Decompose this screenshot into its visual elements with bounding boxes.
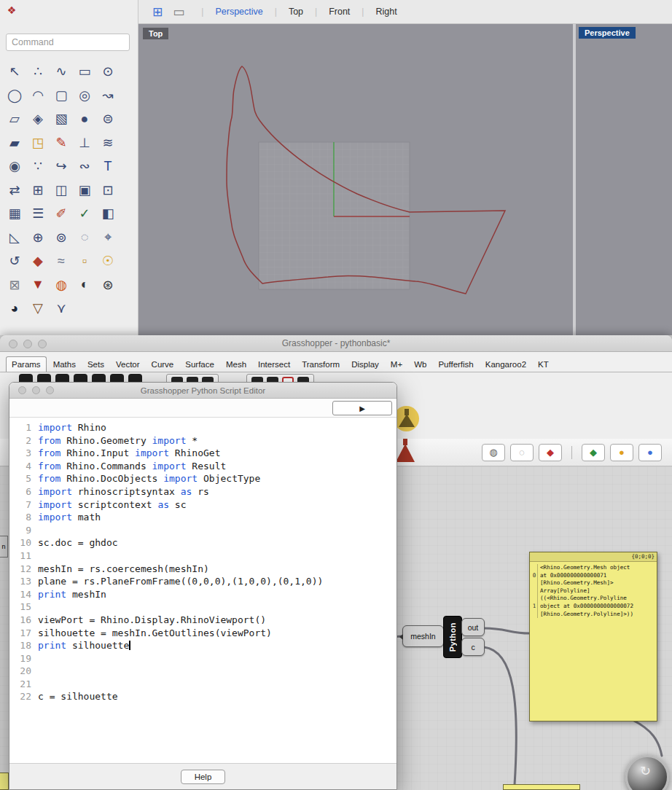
tool-rotate-view-icon[interactable]: ↺ (3, 249, 26, 273)
gh-tab-wb[interactable]: Wb (409, 357, 431, 372)
data-panel[interactable]: {0;0;0} <Rhino.Geometry.Mesh object0at 0… (529, 552, 657, 721)
tool-move-icon[interactable]: ⇄ (3, 179, 26, 203)
tool-zoom-target-icon[interactable]: ⌖ (96, 226, 120, 250)
python-component-body[interactable]: Python (443, 616, 462, 658)
tool-ellipse-icon[interactable]: ◯ (3, 84, 26, 108)
gh-tab-transform[interactable]: Transform (297, 357, 345, 372)
gh-tab-surface[interactable]: Surface (180, 357, 219, 372)
gh-tab-sets[interactable]: Sets (82, 357, 109, 372)
zoom-button[interactable] (46, 386, 54, 394)
tool-pan-icon[interactable]: ≈ (50, 249, 73, 273)
run-script-button[interactable]: ▶ (332, 401, 392, 415)
viewport-perspective[interactable]: Perspective (573, 24, 672, 335)
help-button[interactable]: Help (181, 770, 226, 784)
viewport-top-view[interactable]: Top (138, 24, 573, 335)
close-button[interactable] (18, 386, 26, 394)
gh-tab-maths[interactable]: Maths (48, 357, 81, 372)
preview-wireframe-button[interactable]: ◌ (510, 444, 534, 461)
tool-circle-tangent-icon[interactable]: ◎ (73, 84, 96, 108)
tool-cone-icon[interactable]: ▽ (26, 297, 50, 321)
preview-shaded-button[interactable]: ◍ (482, 444, 505, 461)
tool-lock-icon[interactable]: ⊠ (3, 273, 26, 297)
gh-tab-params[interactable]: Params (6, 356, 47, 372)
minimize-button[interactable] (23, 340, 32, 348)
code-editor[interactable]: 1import Rhino2from Rhino.Geometry import… (9, 418, 396, 763)
tool-surface-icon[interactable]: ▱ (3, 107, 26, 131)
tool-shaded-view-icon[interactable]: ◧ (96, 202, 120, 226)
command-input[interactable] (6, 34, 130, 51)
tool-hierarchy-icon[interactable]: ⋎ (50, 297, 73, 321)
material-blue-button[interactable]: ● (638, 444, 662, 461)
gh-tab-m+[interactable]: M+ (386, 357, 407, 372)
tool-drop-icon[interactable]: ▼ (26, 273, 50, 297)
tool-zoom-dotted-icon[interactable]: ◌ (73, 226, 96, 250)
gh-tab-pufferfish[interactable]: Pufferfish (433, 357, 478, 372)
tool-render-sphere-icon[interactable]: ◍ (50, 273, 73, 297)
tool-orient-icon[interactable]: ◫ (50, 179, 73, 203)
viewport-layout-grid-icon[interactable]: ⊞ (152, 4, 163, 20)
gh-tab-kt[interactable]: KT (533, 357, 554, 372)
python-input-meshin[interactable]: meshIn (402, 625, 444, 647)
gh-tab-curve[interactable]: Curve (146, 357, 179, 372)
tool-rectangle-icon[interactable]: ▭ (73, 60, 96, 84)
zoom-button[interactable] (38, 340, 47, 348)
gh-tab-display[interactable]: Display (346, 357, 384, 372)
top-viewport-badge[interactable]: Top (143, 28, 168, 39)
tool-zoom-window-icon[interactable]: ⊚ (50, 226, 73, 250)
tool-freeform-curve-icon[interactable]: ↝ (96, 84, 120, 108)
tool-half-shade-icon[interactable]: ◐ (73, 273, 96, 297)
python-output-out[interactable]: out (461, 618, 485, 636)
tool-cylinder-icon[interactable]: ⊜ (96, 107, 120, 131)
tool-cplane-icon[interactable]: ⊡ (96, 179, 120, 203)
gh-tab-vector[interactable]: Vector (111, 357, 145, 372)
tool-blob-icon[interactable]: ◉ (3, 155, 26, 179)
python-output-c[interactable]: c (461, 638, 485, 656)
tool-gumball-icon[interactable]: ▣ (73, 179, 96, 203)
viewport-tab-perspective[interactable]: Perspective (215, 7, 262, 17)
tool-point-cloud-icon[interactable]: ∵ (26, 155, 50, 179)
tool-paintbrush-icon[interactable]: ✐ (50, 202, 73, 226)
python-component[interactable]: meshIn Python out c (402, 616, 485, 658)
tool-extrude-icon[interactable]: ⊥ (73, 131, 96, 155)
preview-selected-button[interactable]: ◆ (539, 444, 562, 461)
tool-named-view-icon[interactable]: ◆ (26, 249, 50, 273)
tool-target-sphere-icon[interactable]: ⊛ (96, 273, 120, 297)
tool-rounded-rectangle-icon[interactable]: ▢ (50, 84, 73, 108)
gh-tab-intersect[interactable]: Intersect (253, 357, 295, 372)
perspective-viewport-badge[interactable]: Perspective (579, 27, 636, 39)
tool-select-arrow-icon[interactable]: ↖ (3, 60, 26, 84)
tool-detail-frame-icon[interactable]: ▫ (73, 249, 96, 273)
gh-tab-mesh[interactable]: Mesh (221, 357, 251, 372)
tool-angle-icon[interactable]: ◺ (3, 226, 26, 250)
grasshopper-titlebar[interactable]: Grasshopper - pythonbasic* (0, 335, 672, 352)
tool-spiral-icon[interactable]: ∾ (73, 155, 96, 179)
editor-titlebar[interactable]: Grasshopper Python Script Editor (9, 383, 396, 399)
tool-grid-snap-icon[interactable]: ▦ (3, 202, 26, 226)
tool-box-icon[interactable]: ▧ (50, 107, 73, 131)
tool-arc-icon[interactable]: ◠ (26, 84, 50, 108)
viewport-tab-top[interactable]: Top (289, 7, 303, 17)
flask-icon[interactable] (399, 414, 415, 427)
tool-curve-handle-icon[interactable]: ↪ (50, 155, 73, 179)
viewport-tab-right[interactable]: Right (375, 7, 396, 17)
viewport-single-icon[interactable]: ▭ (173, 4, 184, 20)
material-orange-button[interactable]: ● (610, 444, 633, 461)
tool-object-list-icon[interactable]: ☰ (26, 202, 50, 226)
tool-circle-center-icon[interactable]: ⊙ (96, 60, 120, 84)
tool-lamp-icon[interactable]: ☉ (96, 249, 120, 273)
viewport-tab-front[interactable]: Front (329, 7, 350, 17)
tool-curve-sketch-icon[interactable]: ∿ (50, 60, 73, 84)
tool-patch-icon[interactable]: ◈ (26, 107, 50, 131)
tool-check-icon[interactable]: ✓ (73, 202, 96, 226)
tool-point-icon[interactable]: ∴ (26, 60, 50, 84)
tool-text-icon[interactable]: T (96, 155, 120, 179)
tool-puzzle-icon[interactable]: ◳ (26, 131, 50, 155)
tool-marker-pen-icon[interactable]: ✎ (50, 131, 73, 155)
gh-tab-kangaroo2[interactable]: Kangaroo2 (480, 357, 531, 372)
minimize-button[interactable] (32, 386, 40, 394)
material-green-button[interactable]: ◆ (582, 444, 605, 461)
flask-icon[interactable] (396, 444, 415, 462)
tool-zoom-in-icon[interactable]: ⊕ (26, 226, 50, 250)
tool-array-icon[interactable]: ⊞ (26, 179, 50, 203)
tool-plane-icon[interactable]: ▰ (3, 131, 26, 155)
